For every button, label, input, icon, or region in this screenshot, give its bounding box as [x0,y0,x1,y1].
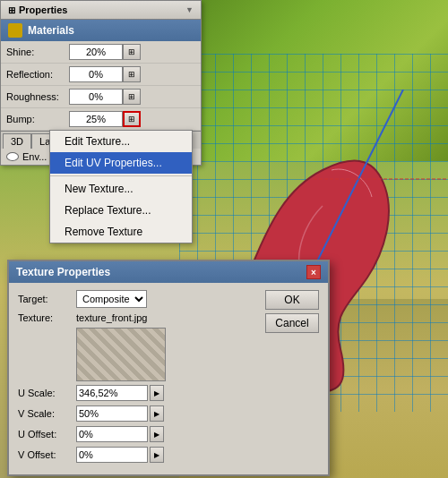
target-label: Target: [18,294,76,304]
target-row: Target: Composite [18,290,258,308]
texture-thumbnail [76,328,166,381]
properties-icon: ⊞ [8,5,15,15]
menu-new-texture[interactable]: New Texture... [50,178,192,200]
materials-label: Materials [28,24,74,37]
shine-button[interactable]: ⊞ [123,44,141,60]
env-label: Env... [22,151,47,162]
tab-3d[interactable]: 3D [3,133,31,149]
context-menu: Edit Texture... Edit UV Properties... Ne… [49,130,193,243]
cancel-button[interactable]: Cancel [265,313,319,333]
menu-divider [50,175,192,176]
menu-edit-texture[interactable]: Edit Texture... [50,131,192,152]
dialog-close-button[interactable]: × [306,265,321,279]
texture-value: texture_front.jpg [76,312,148,323]
bump-button[interactable]: ⊞ [123,111,141,127]
axis-line [314,90,448,269]
reflection-input[interactable] [69,66,123,82]
roughness-label: Roughness: [6,91,69,102]
u-scale-input[interactable] [76,385,148,401]
dialog-right-column: OK Cancel [265,290,319,467]
v-scale-row: V Scale: ▶ [18,405,258,422]
panel-title: ⊞ Properties [8,4,67,15]
roughness-input[interactable] [69,89,123,105]
shine-input[interactable] [69,44,123,60]
panel-controls: ▼ [185,5,194,14]
v-offset-row: V Offset: ▶ [18,447,258,463]
close-icon: × [311,268,316,277]
texture-properties-dialog: Texture Properties × Target: Composite T… [7,260,330,476]
v-scale-arrow[interactable]: ▶ [150,405,164,422]
dialog-title-bar: Texture Properties × [9,261,328,283]
shine-row: Shine: ⊞ [1,41,201,64]
u-offset-input[interactable] [76,426,148,442]
roughness-button[interactable]: ⊞ [123,89,141,105]
shine-label: Shine: [6,47,69,57]
v-offset-input[interactable] [76,447,148,463]
dialog-left-column: Target: Composite Texture: texture_front… [18,290,258,467]
bump-label: Bump: [6,114,69,124]
target-select[interactable]: Composite [76,290,147,308]
v-offset-label: V Offset: [18,449,76,460]
v-scale-input[interactable] [76,405,148,422]
menu-edit-uv[interactable]: Edit UV Properties... [50,152,192,174]
texture-label: Texture: [18,312,76,323]
u-scale-label: U Scale: [18,388,76,398]
bump-input[interactable] [69,111,123,127]
bump-row: Bump: ⊞ [1,108,201,131]
u-offset-arrow[interactable]: ▶ [150,426,164,442]
materials-header: Materials [1,20,201,41]
u-scale-arrow[interactable]: ▶ [150,385,164,401]
v-scale-label: V Scale: [18,408,76,419]
u-offset-row: U Offset: ▶ [18,426,258,442]
u-offset-label: U Offset: [18,429,76,440]
materials-icon [8,23,22,38]
dialog-title: Texture Properties [16,266,110,278]
reflection-row: Reflection: ⊞ [1,64,201,86]
texture-row: Texture: texture_front.jpg [18,312,258,323]
roughness-row: Roughness: ⊞ [1,86,201,108]
menu-remove-texture[interactable]: Remove Texture [50,221,192,243]
dialog-body: Target: Composite Texture: texture_front… [9,283,328,474]
ok-button[interactable]: OK [265,290,319,310]
reflection-button[interactable]: ⊞ [123,66,141,82]
eye-icon [6,152,19,161]
u-scale-row: U Scale: ▶ [18,385,258,401]
v-offset-arrow[interactable]: ▶ [150,447,164,463]
menu-replace-texture[interactable]: Replace Texture... [50,200,192,221]
panel-header: ⊞ Properties ▼ [1,1,201,20]
reflection-label: Reflection: [6,69,69,80]
